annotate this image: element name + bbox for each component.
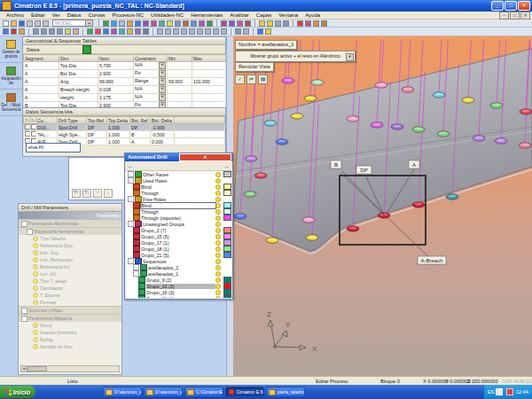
seq-col-cu-[interactable]: Cu...	[36, 117, 58, 124]
viewport-canvas[interactable]: BDPAA-Breach Z Y X	[233, 36, 532, 376]
param-group[interactable]: -Soportes y Htas.	[19, 306, 121, 314]
visibility-bulb-icon[interactable]	[215, 246, 221, 252]
params-horizontal-scrollbar[interactable]: ◄	[20, 365, 120, 372]
color-swatch[interactable]	[223, 239, 231, 246]
color-swatch[interactable]	[223, 171, 231, 177]
list-tool-button[interactable]: T↑	[72, 189, 81, 198]
expander-icon[interactable]: -	[128, 171, 134, 177]
toolbar-icon[interactable]	[119, 28, 125, 35]
toolbar-icon[interactable]	[3, 28, 9, 35]
toolbar-icon[interactable]	[321, 20, 327, 27]
color-swatch[interactable]	[223, 289, 231, 295]
chevron-down-icon[interactable]: ▼	[85, 20, 92, 26]
confirm-check-icon[interactable]: ✓	[235, 74, 245, 84]
color-swatch[interactable]	[223, 208, 231, 215]
tree-item-other-faces[interactable]: -Other Faces	[126, 171, 231, 177]
toolbar-icon[interactable]	[237, 20, 243, 27]
toolbar-icon[interactable]	[245, 20, 251, 27]
sequence-row[interactable]: TAL...High Spe...DP1.000B-0.500	[24, 131, 225, 138]
toolbar-icon[interactable]	[159, 20, 165, 27]
constraint-dropdown-icon[interactable]: ▼	[159, 94, 166, 101]
tree-item-blind[interactable]: Blind	[126, 202, 231, 208]
row-checkbox[interactable]	[31, 124, 36, 129]
mdi-restore-button[interactable]: □	[510, 12, 520, 20]
tray-language[interactable]: ES	[488, 389, 495, 395]
toolbar-icon[interactable]	[173, 28, 179, 35]
tree-item-free-holes[interactable]: -Free Holes	[126, 196, 231, 202]
tree-item-blind[interactable]: Blind	[126, 184, 231, 190]
geo-col-constraint[interactable]: Constraint	[134, 55, 168, 62]
table-row[interactable]: AHeight1.175N/A▼	[24, 94, 226, 102]
toolbar-icon[interactable]	[143, 28, 149, 35]
toolbar-icon[interactable]	[127, 28, 133, 35]
title-bar[interactable]: Cimatron E 8.5 - [primera_puesta_NC_TAL …	[0, 0, 532, 12]
toolbar-icon[interactable]	[73, 28, 79, 35]
geo-col-dim[interactable]: Dim	[59, 55, 98, 62]
automated-drill-titlebar[interactable]: Automated Drill ✕	[125, 153, 232, 161]
toolbar-icon[interactable]	[257, 28, 263, 35]
tree-item-grupo-21-5-[interactable]: Grupo_21 (5)	[126, 252, 231, 258]
toolbar-icon[interactable]	[221, 28, 227, 35]
toolbar-icon[interactable]	[267, 20, 273, 27]
toolbar-icon[interactable]	[103, 20, 109, 27]
toolbar-icon[interactable]	[151, 20, 157, 27]
toolbar-icon[interactable]	[229, 20, 235, 27]
seq-col-drill-type[interactable]: Drill Type	[58, 117, 87, 124]
expander-icon[interactable]: -	[128, 196, 134, 202]
toolbar-icon[interactable]	[33, 28, 39, 35]
toolbar-icon[interactable]	[283, 20, 289, 27]
menu-archivo[interactable]: Archivo	[3, 12, 27, 18]
taskbar-button[interactable]: pieza_taladros_005.b...	[266, 387, 305, 397]
save-icon[interactable]	[19, 20, 25, 27]
new-document-icon[interactable]	[3, 20, 9, 27]
menu-analizar[interactable]: Analizar	[226, 12, 253, 18]
toolbar-icon[interactable]	[49, 28, 55, 35]
visibility-bulb-icon[interactable]	[215, 209, 221, 215]
param-group[interactable]: -Parámetros Máquina	[19, 314, 121, 322]
param-subgroup[interactable]: -Trayectoria herramienta	[19, 227, 121, 235]
toolbar-icon[interactable]	[235, 28, 241, 35]
visibility-bulb-icon[interactable]	[215, 278, 221, 283]
scroll-left-arrow[interactable]: ◄	[21, 366, 27, 372]
geo-col-segment[interactable]: Segment	[24, 55, 59, 62]
3d-viewport[interactable]: BDPAA-Breach Z Y X Nombre = avellanados_…	[233, 36, 532, 376]
close-icon[interactable]: ✕	[179, 153, 232, 161]
tree-item-grupo-18-1-[interactable]: Grupo_18 (1)	[126, 246, 231, 252]
start-button[interactable]: Inicio	[0, 386, 35, 398]
toolbar-icon[interactable]	[275, 20, 281, 27]
visibility-bulb-icon[interactable]	[215, 222, 221, 227]
tree-item-grupo-19-1-[interactable]: Grupo_19 (1)	[126, 295, 231, 298]
tool-icon[interactable]	[43, 20, 49, 27]
toolbar-icon[interactable]	[189, 28, 195, 35]
toolbar-icon[interactable]	[259, 20, 265, 27]
seq-col-top-ref[interactable]: Top Ref	[87, 117, 107, 124]
tool-icon[interactable]	[35, 20, 41, 27]
model-combo[interactable]: MODEL▼	[52, 20, 93, 27]
list-tool-button[interactable]: ↑	[93, 189, 102, 198]
row-checkbox[interactable]	[25, 131, 30, 137]
expander-icon[interactable]: -	[128, 258, 134, 264]
chevron-down-icon[interactable]: ▼	[346, 53, 354, 61]
toolbar-icon[interactable]	[143, 20, 149, 27]
menu-herramientas[interactable]: Herramientas	[187, 12, 226, 18]
table-row[interactable]: ABreach Height0.018N/A▼	[24, 86, 226, 94]
expander-icon[interactable]: -	[128, 177, 134, 184]
expander-icon[interactable]: -	[21, 316, 27, 322]
table-row[interactable]: AAng.99.990Range▼99.000101.000	[24, 78, 226, 86]
visibility-bulb-icon[interactable]	[215, 253, 221, 258]
toolbar-icon[interactable]	[207, 20, 213, 27]
seq-col-bot-ref[interactable]: Bot. Ref	[130, 117, 151, 124]
toolbar-icon[interactable]	[213, 28, 219, 35]
list-tool-button[interactable]: T↓	[82, 189, 91, 198]
visibility-bulb-icon[interactable]	[215, 240, 221, 246]
taskbar-button[interactable]: Cimatron E 8.5 - [pri...	[225, 387, 264, 397]
color-swatch[interactable]	[223, 215, 231, 221]
toolbar-icon[interactable]	[221, 20, 227, 27]
reset-view-button[interactable]: Reiniciar Vista	[235, 62, 274, 72]
color-swatch[interactable]	[223, 184, 231, 190]
tree-item-grupo-16-3-[interactable]: Grupo_16 (3)	[126, 289, 231, 295]
nav-forward-icon[interactable]: →	[223, 163, 230, 169]
table-row[interactable]: ABot Dia.2.900Fix▼	[24, 70, 226, 78]
toolbar-icon[interactable]	[57, 28, 63, 35]
taskbar-button[interactable]: D:\atencion_a_client...	[103, 387, 142, 397]
